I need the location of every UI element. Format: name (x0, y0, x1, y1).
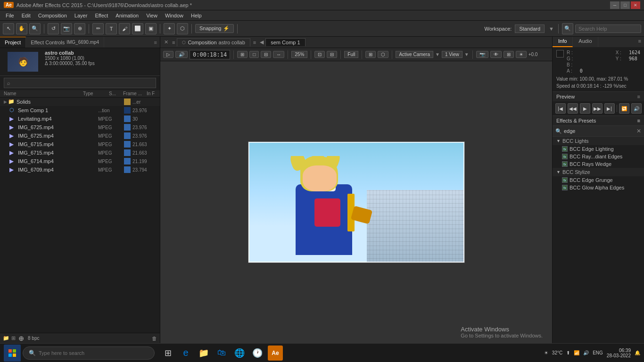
list-item[interactable]: ⬡ Sem Comp 1 ...tion 23.976 (0, 106, 160, 115)
tab-audio[interactable]: Audio (573, 37, 598, 47)
list-item[interactable]: ▶ 📁 Solids ...er (0, 98, 160, 106)
tool-stamp[interactable]: ▣ (145, 23, 157, 34)
take-snapshot-btn[interactable]: 📷 (476, 51, 488, 58)
taskbar-search-input[interactable] (39, 350, 142, 356)
volume-icon[interactable]: 🔊 (583, 350, 589, 355)
render-btn[interactable]: ⊞ (365, 51, 376, 58)
tool-camera[interactable]: 📷 (61, 23, 72, 34)
list-item[interactable]: ▶ IMG_6725.mp4 MPEG 23.976 (0, 132, 160, 140)
menu-animation[interactable]: Animation (112, 12, 142, 19)
notification-icon[interactable]: 🔔 (635, 350, 640, 355)
effects-search-area[interactable]: 🔍 ✕ (553, 126, 644, 137)
exposure-btn[interactable]: ☀ (516, 51, 527, 58)
camera-dropdown-icon[interactable]: ▼ (435, 52, 440, 57)
tool-puppet[interactable]: ✦ (164, 23, 175, 34)
tool-shape[interactable]: ⬡ (177, 23, 188, 34)
new-item-icon[interactable]: ⊕ (18, 335, 24, 342)
tool-text[interactable]: T (106, 23, 117, 34)
start-button[interactable] (4, 345, 21, 362)
menu-edit[interactable]: Edit (18, 12, 34, 19)
prev-last-btn[interactable]: ▶| (604, 103, 615, 114)
taskbar-icon-explorer[interactable]: 📁 (196, 346, 211, 361)
list-item[interactable]: ▶ IMG_6725.mp4 MPEG 23.976 (0, 123, 160, 132)
tool-pan[interactable]: ⊕ (74, 23, 85, 34)
comp-viewer[interactable]: Activate Windows Go to Settings to activ… (160, 61, 552, 343)
workspace-dropdown-icon[interactable]: ▼ (549, 26, 554, 32)
prev-audio-vol-btn[interactable]: 🔊 (631, 103, 642, 114)
tab-composition[interactable]: ⬡ Composition astro collab (177, 38, 250, 47)
effects-clear-btn[interactable]: ✕ (636, 128, 641, 134)
tab-effect-controls[interactable]: Effect Controls IMG_6690.mp4 (26, 37, 104, 48)
prev-first-btn[interactable]: |◀ (555, 103, 566, 114)
effects-item-bcc-rays-wedge[interactable]: fx BCC Rays Wedge (553, 160, 644, 168)
menu-view[interactable]: View (142, 12, 161, 19)
taskbar-icon-clock[interactable]: 🕐 (250, 346, 265, 361)
effects-item-bcc-radiant-edges[interactable]: fx BCC Ray...diant Edges (553, 153, 644, 160)
right-panel-menu[interactable]: ≡ (636, 37, 644, 47)
effects-item-bcc-edge-lighting[interactable]: fx BCC Edge Lighting (553, 145, 644, 153)
preview-header[interactable]: Preview ≡ (553, 92, 644, 101)
menu-window[interactable]: Window (161, 12, 187, 19)
trash-icon[interactable]: 🗑 (152, 336, 157, 341)
search-icon-btn[interactable]: 🔍 (562, 23, 573, 34)
taskbar-icon-store[interactable]: 🛍 (214, 346, 229, 361)
taskbar-search-area[interactable]: 🔍 (23, 346, 155, 360)
zoom-selector[interactable]: 25% (291, 51, 307, 58)
maximize-button[interactable]: □ (620, 1, 630, 9)
comp-audio-btn[interactable]: 🔊 (175, 51, 188, 58)
preview-menu-icon[interactable]: ≡ (637, 94, 640, 99)
grid-btn[interactable]: ⊟ (261, 51, 271, 58)
snapping-button[interactable]: Snapping ⚡ (195, 24, 234, 33)
tool-select[interactable]: ↖ (3, 23, 14, 34)
effects-cat-header-bcc-lights[interactable]: ▼ BCC Lights (553, 137, 644, 145)
prev-loop-btn[interactable]: 🔁 (619, 103, 629, 114)
taskbar-icon-chrome[interactable]: 🌐 (232, 346, 247, 361)
system-icons[interactable]: ⬆ (566, 350, 570, 355)
menu-help[interactable]: Help (187, 12, 206, 19)
3d-btn[interactable]: ⬡ (378, 51, 388, 58)
comp-close-btn[interactable]: ✕ (162, 39, 170, 45)
list-item[interactable]: ▶ Levitating.mp4 MPEG 30 (0, 115, 160, 123)
tool-eraser[interactable]: ⬜ (132, 23, 143, 34)
new-comp-icon[interactable]: ⊞ (11, 335, 16, 341)
close-button[interactable]: ✕ (631, 1, 640, 9)
list-item[interactable]: ▶ IMG_6709.mp4 MPEG 23.794 (0, 165, 160, 174)
tool-hand[interactable]: ✋ (16, 23, 27, 34)
minimize-button[interactable]: ─ (610, 1, 619, 9)
pixel-aspect-btn[interactable]: ⊟ (327, 51, 337, 58)
project-search-input[interactable] (12, 79, 153, 87)
prev-play-btn[interactable]: ▶ (580, 103, 590, 114)
tool-pen[interactable]: ✏ (92, 23, 104, 34)
menu-layer[interactable]: Layer (71, 12, 91, 19)
panel-more-btn[interactable]: ≡ (151, 40, 160, 45)
comp-menu-icon[interactable]: ≡ (170, 40, 177, 45)
comp-preview-btn[interactable]: ▷ (163, 51, 173, 58)
snap-btn[interactable]: ⊞ (237, 51, 248, 58)
safe-zones-btn[interactable]: □ (249, 51, 259, 58)
list-item[interactable]: ▶ IMG_6715.mp4 MPEG 21.663 (0, 140, 160, 148)
prev-play-audio-btn[interactable]: ▶▶ (592, 103, 603, 114)
taskbar-icon-ae[interactable]: Ae (268, 346, 283, 361)
new-folder-icon[interactable]: 📁 (3, 335, 9, 341)
effects-search-input[interactable] (564, 128, 635, 134)
taskbar-icon-edge[interactable]: e (178, 346, 193, 361)
camera-selector[interactable]: Active Camera (396, 51, 433, 58)
tool-brush[interactable]: 🖌 (119, 23, 130, 34)
menu-composition[interactable]: Composition (34, 12, 71, 19)
views-dropdown-icon[interactable]: ▼ (464, 52, 469, 57)
show-snapshot-btn[interactable]: 👁 (490, 51, 502, 58)
effects-item-bcc-edge-grunge[interactable]: fx BCC Edge Grunge (553, 176, 644, 184)
list-item[interactable]: ▶ IMG_6715.mp4 MPEG 21.663 (0, 148, 160, 157)
network-icon[interactable]: 📶 (574, 350, 579, 355)
taskbar-icon-taskview[interactable]: ⊞ (160, 346, 175, 361)
effects-cat-header-bcc-stylize[interactable]: ▼ BCC Stylize (553, 168, 644, 176)
effects-menu-icon[interactable]: ≡ (637, 118, 640, 123)
prev-prev-btn[interactable]: ◀◀ (568, 103, 578, 114)
views-selector[interactable]: 1 View (442, 51, 462, 58)
tool-rotate[interactable]: ↺ (48, 23, 59, 34)
list-item[interactable]: ▶ IMG_6714.mp4 MPEG 21.199 (0, 157, 160, 165)
system-clock[interactable]: 06:39 28-03-2022 (607, 348, 631, 358)
comp-timecode[interactable]: 0:00:18:14 (190, 50, 230, 59)
search-help-box[interactable] (575, 25, 641, 33)
comp-extra-menu[interactable]: ≡ (251, 40, 258, 45)
